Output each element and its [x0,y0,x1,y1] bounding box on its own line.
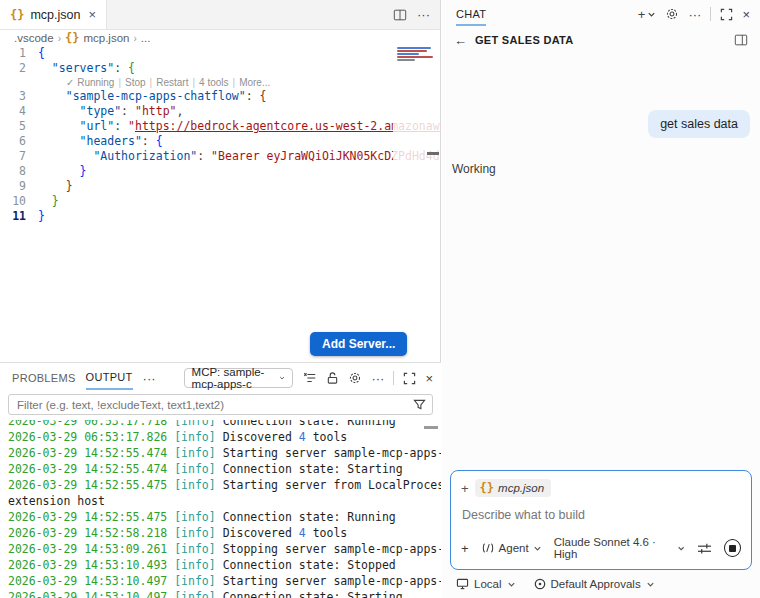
output-channel-select[interactable]: MCP: sample-mcp-apps-c [184,368,294,388]
clear-output-icon[interactable] [303,371,317,385]
panel-more-actions-icon[interactable]: ··· [371,372,384,385]
code-lines: 1{2 "servers": {0✓ Running|Stop|Restart|… [0,46,440,224]
chevron-down-icon [279,373,285,383]
minimap[interactable] [393,46,440,246]
vscode-window: {} mcp.json × ··· .vscode › {} mcp.json … [0,0,760,598]
code-line[interactable]: 8 } [0,164,440,179]
session-title: GET SALES DATA [475,34,574,46]
divider [393,371,394,385]
line-number: 9 [0,179,38,194]
code-line[interactable]: 10 } [0,194,440,209]
line-number: 10 [0,194,38,209]
codelens-action[interactable]: More... [239,77,270,88]
tab-close-icon[interactable]: × [88,8,96,21]
tab-output[interactable]: OUTPUT [86,367,133,390]
output-log[interactable]: 2026-03-29 06:53:17.718 [info] Connectio… [0,420,441,598]
log-line: 2026-03-29 14:52:55.475 [info] Connectio… [8,509,441,525]
code-line[interactable]: 1{ [0,46,440,61]
approvals-label: Default Approvals [551,578,641,590]
tab-chat[interactable]: CHAT [456,3,486,26]
line-number: 2 [0,61,38,76]
chevron-down-icon [677,544,685,553]
code-editor[interactable]: 1{2 "servers": {0✓ Running|Stop|Restart|… [0,46,440,362]
breadcrumb-folder[interactable]: .vscode [14,32,54,44]
environment-label: Local [474,578,502,590]
log-line: 2026-03-29 14:52:55.474 [info] Connectio… [8,461,441,477]
codelens-action[interactable]: 4 tools [199,77,228,88]
user-message-bubble: get sales data [648,110,750,138]
gear-icon[interactable] [348,371,362,385]
code-line[interactable]: 2 "servers": { [0,61,440,76]
gear-icon[interactable] [665,7,679,21]
line-number: 11 [0,209,38,224]
chat-input-placeholder[interactable]: Describe what to build [462,508,741,522]
plus-icon: + [638,8,646,21]
line-number: 3 [0,89,38,104]
code-line[interactable]: 6 "headers": { [0,134,440,149]
breadcrumb-tail[interactable]: ... [141,32,151,44]
model-settings-sliders-icon[interactable] [697,542,712,555]
filter-funnel-icon[interactable] [413,398,426,411]
breadcrumb-file[interactable]: mcp.json [83,32,129,44]
chevron-down-icon [507,580,516,589]
tab-mcp-json[interactable]: {} mcp.json × [0,0,107,29]
close-panel-icon[interactable]: × [425,372,433,385]
code-line[interactable]: 5 "url": "https://bedrock-agentcore.us-w… [0,119,440,134]
split-editor-icon[interactable] [393,8,407,22]
attach-plus-icon[interactable]: + [461,542,469,555]
environment-picker[interactable]: Local [456,578,516,590]
chevron-right-icon: › [133,33,136,44]
scrollbar-thumb[interactable] [424,426,438,429]
log-line: 2026-03-29 06:53:17.826 [info] Discovere… [8,429,441,445]
add-context-icon[interactable]: + [461,482,469,495]
log-line: 2026-03-29 14:52:55.475 [info] Starting … [8,477,441,493]
panel-more-tabs-icon[interactable]: ··· [143,372,156,385]
output-filter-row: Filter (e.g. text, !excludeText, text1,t… [0,393,441,420]
model-picker[interactable]: Claude Sonnet 4.6 · High [554,536,686,560]
chat-input-box[interactable]: + {} mcp.json Describe what to build + A… [450,470,752,570]
close-chat-icon[interactable]: × [742,8,750,21]
codelens-action[interactable]: Stop [125,77,146,88]
stop-generating-button[interactable] [724,539,741,557]
chat-footer-bar: Local Default Approvals [442,574,760,598]
maximize-panel-icon[interactable] [403,372,416,385]
log-line: extension host [8,493,441,509]
chat-input-area: + {} mcp.json Describe what to build + A… [442,464,760,574]
attachment-chip-mcp-json[interactable]: {} mcp.json [475,479,551,497]
chat-session-header: ← GET SALES DATA [442,28,760,52]
code-line[interactable]: 11} [0,209,440,224]
codelens-action[interactable]: Restart [156,77,188,88]
json-file-icon: {} [10,8,24,22]
back-arrow-icon[interactable]: ← [454,34,467,47]
monitor-icon [456,578,469,590]
new-chat-button[interactable]: + [638,8,657,21]
maximize-chat-icon[interactable] [720,8,733,21]
unlock-icon[interactable] [326,371,339,385]
code-line[interactable]: 9 } [0,179,440,194]
filter-placeholder: Filter (e.g. text, !excludeText, text1,t… [17,399,224,411]
chat-more-actions-icon[interactable]: ··· [688,8,701,21]
divider [710,7,711,21]
tab-problems[interactable]: PROBLEMS [12,368,76,389]
chevron-right-icon: › [58,33,61,44]
log-line: 2026-03-29 14:52:55.474 [info] Starting … [8,445,441,461]
chat-title-bar: CHAT + ··· × [442,0,760,28]
code-line[interactable]: 3 "sample-mcp-apps-chatflow": { [0,89,440,104]
json-file-icon: {} [480,481,494,495]
code-line[interactable]: 7 "Authorization": "Bearer eyJraWQiOiJKN… [0,149,440,164]
mode-picker[interactable]: Agent [481,542,542,554]
chevron-down-icon [647,10,656,19]
codelens-status[interactable]: ✓ Running [66,77,114,88]
chat-pane: CHAT + ··· × ← GET SALES DATA [442,0,760,598]
overview-ruler-mark [427,152,439,155]
bottom-panel: PROBLEMS OUTPUT ··· MCP: sample-mcp-apps… [0,362,441,598]
line-number: 5 [0,119,38,134]
editor-more-actions-icon[interactable]: ··· [417,8,430,21]
breadcrumb[interactable]: .vscode › {} mcp.json › ... [0,30,440,46]
log-line: 2026-03-29 14:53:09.261 [info] Stopping … [8,541,441,557]
approvals-picker[interactable]: Default Approvals [534,578,655,590]
add-server-button[interactable]: Add Server... [310,332,407,356]
open-chat-in-editor-icon[interactable] [734,33,748,47]
code-line[interactable]: 4 "type": "http", [0,104,440,119]
filter-input[interactable]: Filter (e.g. text, !excludeText, text1,t… [8,394,433,415]
